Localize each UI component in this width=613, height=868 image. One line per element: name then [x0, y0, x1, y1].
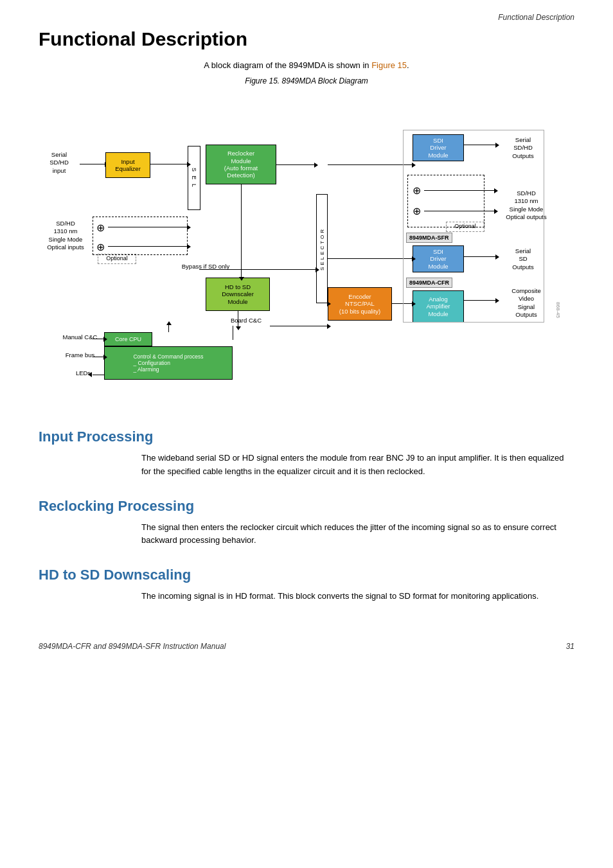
core-cpu-block: Core CPU — [104, 332, 152, 346]
section-title-reclocking: Reclocking Processing — [39, 498, 574, 515]
line-manual-cc — [93, 339, 104, 339]
encoder-block: EncoderNTSC/PAL(10 bits quality) — [328, 287, 392, 321]
line-ctrl-vert — [233, 326, 233, 340]
arrow-sel-sdi-mid — [328, 258, 413, 259]
arrow-reclk-right — [276, 164, 315, 165]
footer-left: 8949MDA-CFR and 8949MDA-SFR Instruction … — [39, 642, 226, 651]
figure-caption: Figure 15. 8949MDA Block Diagram — [39, 76, 574, 85]
right-section-border — [403, 130, 544, 323]
dashed-optical-in — [93, 217, 188, 255]
arrow-bcc-enc — [270, 326, 328, 326]
arrow-bypass — [199, 269, 316, 270]
page-footer: 8949MDA-CFR and 8949MDA-SFR Instruction … — [39, 642, 574, 651]
arrowhead-leds — [88, 372, 92, 377]
page-title: Functional Description — [39, 28, 574, 50]
figure-link[interactable]: Figure 15 — [371, 60, 407, 70]
label-serial-input: SerialSD/HDinput — [40, 151, 78, 175]
section-reclocking: Reclocking Processing The signal then en… — [39, 498, 574, 548]
main-selector-block: SELECTOR — [316, 194, 328, 303]
label-sdhd-optical-in: SD/HD1310 nmSingle ModeOptical inputs — [40, 220, 91, 251]
arrow-input-eq — [80, 164, 105, 164]
line-leds — [93, 375, 104, 375]
section-downscaling: HD to SD Downscaling The incoming signal… — [39, 567, 574, 603]
hd-to-sd-block: HD to SDDownscalerModule — [206, 278, 270, 311]
arrow-sel-sdi-top — [328, 164, 413, 165]
arrow-frame-bus — [102, 357, 104, 357]
section-body-reclocking: The signal then enters the reclocker cir… — [141, 521, 574, 548]
block-diagram: SerialSD/HDinput InputEqualizer S E L Re… — [40, 94, 573, 409]
label-frame-bus: Frame bus — [59, 351, 101, 359]
section-body-input: The wideband serial SD or HD signal ente… — [141, 452, 574, 479]
label-manual-cc: Manual C&C — [59, 333, 101, 341]
section-title-downscaling: HD to SD Downscaling — [39, 567, 574, 583]
reclocker-block: ReclockerModule(Auto formatDetection) — [206, 145, 276, 184]
section-input-processing: Input Processing The wideband serial SD … — [39, 429, 574, 479]
arrow-ctrl-up — [168, 324, 169, 332]
arrow-reclk-down — [241, 184, 242, 278]
section-title-input: Input Processing — [39, 429, 574, 445]
section-body-downscaling: The incoming signal is in HD format. Thi… — [141, 590, 574, 603]
arrow-hd-sd-down — [238, 311, 238, 327]
input-equalizer-block: InputEqualizer — [105, 152, 150, 178]
control-cmd-block: Control & Command process_ Configuration… — [104, 346, 233, 380]
label-board-cc: Board C&C — [224, 317, 269, 324]
footer-right: 31 — [566, 642, 574, 651]
side-label: 868-45 — [553, 281, 563, 339]
selector-block: S E L — [188, 146, 200, 210]
label-optional-bottom: Optional — [98, 254, 136, 264]
label-leds: LEDs — [66, 369, 101, 377]
arrow-eq-sel — [150, 164, 188, 164]
intro-text: A block diagram of the 8949MDA is shown … — [39, 60, 574, 70]
page-header: Functional Description — [39, 13, 574, 22]
